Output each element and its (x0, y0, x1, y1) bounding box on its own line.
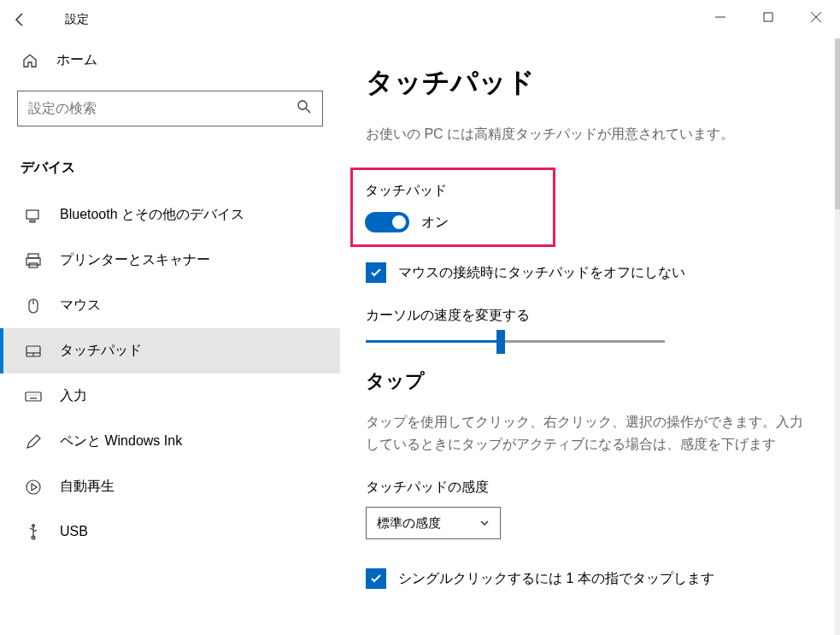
back-button[interactable] (0, 0, 41, 38)
svg-point-23 (26, 480, 40, 494)
touchpad-toggle[interactable] (365, 212, 409, 232)
home-button[interactable]: ホーム (0, 38, 340, 82)
single-tap-label: シングルクリックするには 1 本の指でタップします (398, 570, 714, 588)
sidebar-item-printers[interactable]: プリンターとスキャナー (0, 238, 340, 283)
single-tap-checkbox[interactable] (366, 568, 386, 589)
slider-thumb[interactable] (496, 330, 505, 354)
slider-fill (366, 340, 501, 343)
keyboard-icon (24, 388, 43, 405)
sidebar-item-label: Bluetooth とその他のデバイス (60, 206, 244, 224)
sidebar-item-touchpad[interactable]: タッチパッド (0, 328, 340, 373)
sidebar-item-mouse[interactable]: マウス (0, 283, 340, 328)
close-button[interactable] (792, 0, 840, 34)
sensitivity-value: 標準の感度 (377, 515, 441, 532)
mouse-disconnect-label: マウスの接続時にタッチパッドをオフにしない (398, 264, 685, 282)
sidebar: ホーム デバイス Bluetooth とその他のデバイス プリンターとスキャナー (0, 38, 340, 635)
touchpad-icon (24, 343, 43, 360)
sidebar-item-label: タッチパッド (60, 342, 142, 360)
mouse-icon (24, 297, 43, 315)
sidebar-item-typing[interactable]: 入力 (0, 373, 340, 419)
sidebar-item-pen[interactable]: ペンと Windows Ink (0, 419, 340, 464)
page-description: お使いの PC には高精度タッチパッドが用意されています。 (366, 126, 814, 144)
sidebar-item-label: 自動再生 (60, 478, 115, 496)
autoplay-icon (24, 479, 43, 496)
svg-point-18 (31, 394, 32, 395)
page-title: タッチパッド (366, 64, 814, 102)
tap-description: タップを使用してクリック、右クリック、選択の操作ができます。入力しているときにタ… (366, 411, 814, 455)
cursor-speed-slider[interactable] (366, 340, 665, 343)
minimize-button[interactable] (696, 0, 744, 34)
category-header: デバイス (0, 144, 340, 192)
home-label: ホーム (56, 51, 97, 69)
sidebar-item-label: 入力 (60, 387, 87, 405)
svg-point-21 (38, 394, 39, 395)
svg-point-17 (28, 394, 29, 395)
scrollbar[interactable] (835, 38, 840, 635)
scrollbar-thumb[interactable] (835, 38, 840, 209)
sidebar-item-label: ペンと Windows Ink (60, 432, 182, 450)
search-icon (297, 99, 312, 118)
svg-point-4 (298, 101, 307, 109)
usb-icon (24, 523, 43, 540)
svg-rect-7 (30, 220, 35, 222)
svg-rect-16 (26, 392, 41, 401)
mouse-disconnect-checkbox[interactable] (366, 262, 386, 283)
chevron-down-icon (479, 516, 490, 531)
toggle-knob (392, 215, 406, 229)
sensitivity-dropdown[interactable]: 標準の感度 (366, 507, 501, 539)
window-title: 設定 (65, 12, 89, 27)
sidebar-item-label: USB (60, 524, 88, 539)
maximize-button[interactable] (744, 0, 792, 34)
sensitivity-label: タッチパッドの感度 (366, 479, 814, 497)
printer-icon (24, 252, 43, 269)
home-icon (21, 52, 39, 69)
cursor-speed-label: カーソルの速度を変更する (366, 307, 814, 325)
search-input[interactable] (28, 101, 297, 116)
bluetooth-devices-icon (24, 207, 43, 224)
sidebar-item-label: マウス (60, 297, 101, 315)
svg-rect-6 (26, 210, 38, 219)
sidebar-item-bluetooth[interactable]: Bluetooth とその他のデバイス (0, 192, 340, 238)
sidebar-item-usb[interactable]: USB (0, 509, 340, 554)
svg-point-20 (36, 394, 37, 395)
tap-heading: タップ (366, 368, 814, 394)
sidebar-item-autoplay[interactable]: 自動再生 (0, 464, 340, 509)
touchpad-section-label: タッチパッド (365, 182, 541, 200)
toggle-state-label: オン (421, 214, 449, 232)
main-content: タッチパッド お使いの PC には高精度タッチパッドが用意されています。 タッチ… (340, 38, 840, 635)
svg-point-19 (33, 394, 34, 395)
svg-line-5 (306, 109, 310, 113)
pen-icon (24, 433, 43, 450)
highlight-box: タッチパッド オン (350, 168, 555, 247)
svg-rect-1 (764, 13, 772, 21)
svg-rect-8 (28, 254, 38, 258)
search-box[interactable] (17, 91, 323, 126)
sidebar-item-label: プリンターとスキャナー (60, 251, 210, 269)
